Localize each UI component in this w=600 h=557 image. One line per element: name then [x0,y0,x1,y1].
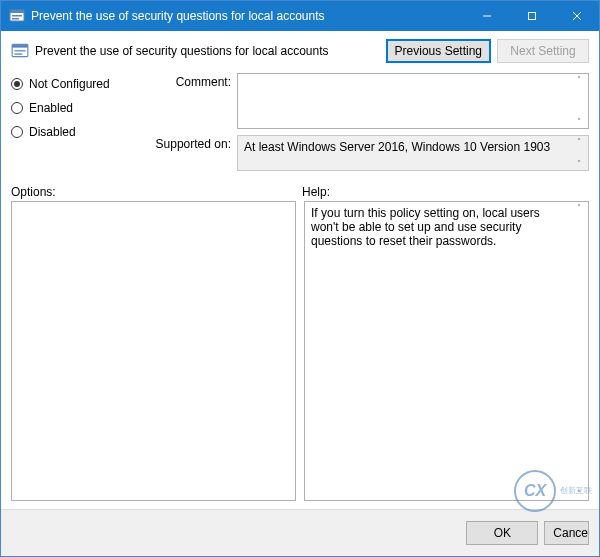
radio-label: Enabled [29,101,73,115]
comment-textarea[interactable]: ˄ ˅ [237,73,589,129]
chevron-up-icon[interactable]: ˄ [572,138,586,146]
supported-on-box: At least Windows Server 2016, Windows 10… [237,135,589,171]
comment-scroll[interactable]: ˄ ˅ [572,74,586,128]
help-text: If you turn this policy setting on, loca… [311,206,540,248]
panes: If you turn this policy setting on, loca… [1,201,599,501]
help-label: Help: [298,185,589,199]
cancel-button[interactable]: Cance [544,521,589,545]
comment-label: Comment: [141,73,237,129]
supported-scroll[interactable]: ˄ ˅ [572,136,586,170]
app-icon [9,8,25,24]
radio-dot-icon [11,78,23,90]
svg-rect-1 [10,10,24,13]
radio-not-configured[interactable]: Not Configured [11,77,141,91]
radio-label: Disabled [29,125,76,139]
supported-on-label: Supported on: [141,135,237,171]
previous-setting-button[interactable]: Previous Setting [386,39,491,63]
radio-enabled[interactable]: Enabled [11,101,141,115]
fields-column: Comment: ˄ ˅ Supported on: At least Wind… [141,73,589,177]
help-scroll[interactable]: ˄ ˅ [572,202,586,500]
svg-rect-5 [528,13,535,20]
close-button[interactable] [554,1,599,31]
svg-rect-11 [14,53,22,55]
svg-rect-9 [12,44,28,47]
dialog-footer: OK Cance [1,509,599,556]
chevron-up-icon[interactable]: ˄ [572,204,586,212]
svg-rect-10 [14,50,25,52]
pane-labels: Options: Help: [1,177,599,201]
policy-icon [11,42,29,60]
chevron-up-icon[interactable]: ˄ [572,76,586,84]
policy-title: Prevent the use of security questions fo… [35,44,380,58]
options-pane[interactable] [11,201,296,501]
radio-label: Not Configured [29,77,110,91]
titlebar: Prevent the use of security questions fo… [1,1,599,31]
maximize-button[interactable] [509,1,554,31]
svg-rect-2 [12,15,22,17]
options-label: Options: [11,185,298,199]
config-area: Not Configured Enabled Disabled Comment:… [1,69,599,177]
chevron-down-icon[interactable]: ˅ [572,160,586,168]
supported-on-value: At least Windows Server 2016, Windows 10… [244,140,550,154]
state-radio-group: Not Configured Enabled Disabled [11,73,141,177]
next-setting-button: Next Setting [497,39,589,63]
header-row: Prevent the use of security questions fo… [1,31,599,69]
radio-dot-icon [11,126,23,138]
ok-button[interactable]: OK [466,521,538,545]
radio-disabled[interactable]: Disabled [11,125,141,139]
chevron-down-icon[interactable]: ˅ [572,490,586,498]
radio-dot-icon [11,102,23,114]
help-pane[interactable]: If you turn this policy setting on, loca… [304,201,589,501]
chevron-down-icon[interactable]: ˅ [572,118,586,126]
window-title: Prevent the use of security questions fo… [31,9,464,23]
svg-rect-3 [12,18,19,20]
minimize-button[interactable] [464,1,509,31]
policy-editor-window: Prevent the use of security questions fo… [0,0,600,557]
